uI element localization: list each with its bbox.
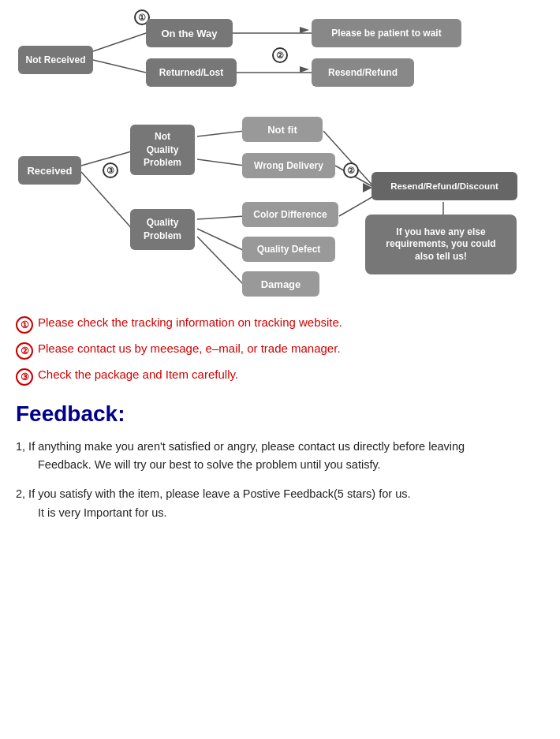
feedback-item-1: 1, If anything make you aren't satisfied…	[16, 438, 544, 474]
feedback-section: Feedback: 1, If anything make you aren't…	[12, 401, 548, 522]
box-damage: Damage	[242, 271, 319, 297]
svg-line-10	[197, 237, 245, 286]
box-quality-defect: Quality Defect	[242, 237, 335, 262]
svg-line-1	[93, 60, 146, 73]
box-quality-problem: QualityProblem	[130, 209, 195, 250]
box-resend-discount: Resend/Refund/Discount	[371, 172, 517, 200]
box-received: Received	[18, 156, 81, 185]
instruction-1: ① Please check the tracking information …	[16, 315, 544, 334]
svg-line-13	[339, 196, 375, 216]
box-resend-refund-top: Resend/Refund	[312, 58, 414, 87]
feedback-item-2-indent: It is very Important for us.	[16, 504, 544, 522]
box-returned-lost: Returned/Lost	[146, 58, 237, 87]
feedback-item-1-main: 1, If anything make you aren't satisfied…	[16, 440, 465, 453]
svg-line-9	[197, 229, 245, 251]
svg-line-6	[197, 131, 245, 136]
feedback-item-2-main: 2, If you satisfy with the item, please …	[16, 487, 410, 500]
instruction-text-1: Please check the tracking information on…	[38, 315, 342, 329]
instruction-3: ③ Check the package and Item carefully.	[16, 368, 544, 386]
instruction-number-1: ①	[16, 316, 33, 334]
svg-line-8	[197, 216, 245, 219]
box-color-diff: Color Difference	[242, 202, 338, 227]
box-not-quality: NotQualityProblem	[130, 125, 195, 175]
instruction-2: ② Please contact us by meesage, e–mail, …	[16, 342, 544, 360]
svg-marker-16	[300, 66, 309, 73]
instruction-number-3: ③	[16, 368, 33, 386]
box-not-fit: Not fit	[242, 117, 323, 142]
box-on-the-way: On the Way	[146, 19, 233, 47]
circle-2a: ②	[272, 47, 288, 63]
circle-2b: ②	[343, 162, 359, 178]
box-patient-wait: Please be patient to wait	[312, 19, 461, 47]
circle-3: ③	[103, 162, 118, 178]
instructions-section: ① Please check the tracking information …	[12, 315, 548, 386]
box-wrong-delivery: Wrong Delivery	[242, 153, 335, 178]
feedback-item-1-indent: Feedback. We will try our best to solve …	[16, 456, 544, 474]
page-wrapper: ① ② ③ ② Not Received On the Way Returned…	[0, 0, 560, 549]
box-else-requirements: If you have any elserequirements, you co…	[365, 215, 517, 274]
instruction-number-2: ②	[16, 342, 33, 360]
instruction-text-2: Please contact us by meesage, e–mail, or…	[38, 342, 341, 355]
flowchart: ① ② ③ ② Not Received On the Way Returned…	[12, 8, 548, 308]
feedback-title: Feedback:	[16, 401, 544, 427]
svg-marker-15	[300, 27, 309, 33]
instruction-text-3: Check the package and Item carefully.	[38, 368, 238, 381]
svg-line-0	[93, 33, 146, 51]
feedback-item-2: 2, If you satisfy with the item, please …	[16, 485, 544, 521]
box-not-received: Not Received	[18, 46, 93, 74]
svg-line-7	[197, 159, 245, 166]
svg-line-5	[81, 172, 134, 231]
